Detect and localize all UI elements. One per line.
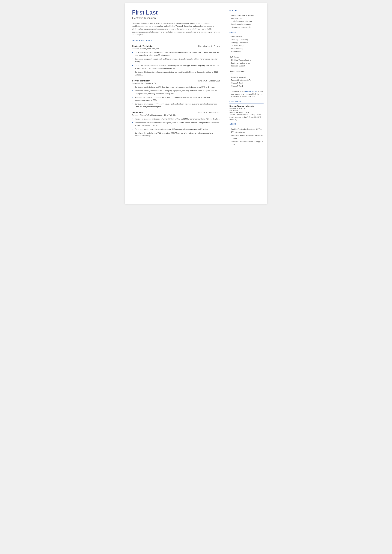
contact-item-github: github.com/resumeworded (230, 26, 264, 29)
other-item-3: Completed 10+ competitions on Kaggle in … (230, 140, 264, 146)
work-experience-label: WORK EXPERIENCE (132, 40, 220, 42)
bullet-1-2: Surpassed company's targets with a 79% p… (132, 58, 220, 63)
contact-section: CONTACT Helena, MT (Open to Remote) +1-2… (230, 9, 264, 28)
education-divider (230, 103, 264, 104)
job-company-2: Growthsi, San Francisco, CA (132, 82, 220, 85)
job-bullets-3: Assisted to diagnose and repair 10 units… (132, 118, 220, 137)
edu-field: Electronics (230, 109, 264, 111)
technique-1: Electrical Troubleshooting (230, 59, 264, 62)
edu-awards: Awards: Resume Worded Teaching Fellow (o… (230, 114, 264, 121)
job-block-1: Electronic Technician November 2015 – Pr… (132, 45, 220, 77)
skills-label: SKILLS (230, 31, 264, 33)
job-header-3: Technician June 2010 – January 2013 (132, 112, 220, 114)
techniques-label: Techniques: (230, 56, 264, 58)
job-title-1: Electronic Technician (132, 45, 153, 47)
bullet-3-2: Responded to 200 round-the-clock emergen… (132, 121, 220, 127)
tool-excel: Microsoft Excel (230, 82, 264, 85)
education-label: EDUCATION (230, 101, 264, 102)
bullet-2-4: Conducted an average of 80 monthly troub… (132, 103, 220, 108)
tool-5s: 5S (230, 73, 264, 76)
bullet-1-4: Conducted 5 independent telephony projec… (132, 71, 220, 76)
skills-section: SKILLS Technical Skills: Soldering (Adva… (230, 31, 264, 98)
tools-list: 5S Autodesk AutoCAD Dassault Systemes CA… (230, 73, 264, 87)
education-block: Resume Worded University Bachelor of Sci… (230, 105, 264, 121)
tool-word: Microsoft Word (230, 85, 264, 88)
right-column: CONTACT Helena, MT (Open to Remote) +1-2… (226, 3, 267, 204)
contact-item-phone: +1-234-456-789 (230, 17, 264, 20)
contact-item-linkedin: linkedin.com/in/username (230, 23, 264, 26)
contact-divider (230, 12, 264, 12)
techniques-list: Electrical Troubleshooting Equipment Mai… (230, 59, 264, 67)
job-dates-1: November 2015 – Present (198, 45, 220, 47)
bullet-3-1: Assisted to diagnose and repair 10 units… (132, 118, 220, 121)
summary-text: Electronic Technician with 10 years of e… (132, 22, 220, 36)
job-bullets-1: Cut 18 hours per install by designing im… (132, 51, 220, 77)
job-dates-2: June 2013 – October 2015 (198, 80, 220, 82)
job-company-3: Resume Worded's Exciting Company, New Yo… (132, 114, 220, 116)
contact-label: CONTACT (230, 9, 264, 11)
name-section: First Last Electronic Technician (132, 9, 220, 20)
job-header-1: Electronic Technician November 2015 – Pr… (132, 45, 220, 47)
skill-troubleshooting: Troubleshooting (230, 47, 264, 50)
resume-worded-link[interactable]: Resume Worded (245, 91, 257, 92)
skill-wiring: Electrical Wiring (230, 44, 264, 47)
job-dates-3: June 2010 – January 2013 (198, 112, 220, 114)
contact-list: Helena, MT (Open to Remote) +1-234-456-7… (230, 14, 264, 28)
technical-skills-list: Soldering (Advanced) Cabling (Experience… (230, 38, 264, 53)
job-header-2: Service technician June 2013 – October 2… (132, 79, 220, 82)
other-section: OTHER Certified Electronics Technician (… (230, 123, 264, 146)
skill-cabling: Cabling (Experienced) (230, 41, 264, 44)
edu-location: Boston, MA — May 2010 (230, 111, 264, 113)
job-company-1: Resume Worded, New York, NY (132, 48, 220, 50)
job-block-2: Service technician June 2013 – October 2… (132, 79, 220, 108)
contact-item-email: email@resumeworded.com (230, 20, 264, 23)
technique-2: Equipment Maintenance (230, 62, 264, 64)
job-title-3: Technician (132, 112, 143, 114)
bullet-1-1: Cut 18 hours per install by designing im… (132, 51, 220, 57)
other-item-1: Certified Electronics Technician (CET)—E… (230, 128, 264, 133)
bullet-1-3: Conducted routine checks on circuitry (b… (132, 64, 220, 70)
job-title-2: Service technician (132, 79, 150, 82)
other-item-2: Associate Certified Electronics Technici… (230, 134, 264, 140)
contact-item-location: Helena, MT (Open to Remote) (230, 14, 264, 17)
skill-soldering: Soldering (Advanced) (230, 38, 264, 41)
left-column: First Last Electronic Technician Electro… (125, 3, 226, 204)
bullet-2-2: Performed monthly inspections on all com… (132, 90, 220, 95)
technique-3: Technical Support (230, 64, 264, 67)
job-block-3: Technician June 2010 – January 2013 Resu… (132, 112, 220, 137)
tools-label: Tools and Software: (230, 70, 264, 72)
work-experience-section: WORK EXPERIENCE Electronic Technician No… (132, 40, 220, 137)
other-label: OTHER (230, 123, 264, 125)
skills-divider (230, 34, 264, 34)
promo-text: Don't forget to use Resume Worded to sca… (230, 90, 264, 98)
tool-autocad: Autodesk AutoCAD (230, 76, 264, 79)
candidate-name: First Last (132, 9, 220, 16)
skill-maintenance: Maintenance (230, 50, 264, 53)
bullet-3-3: Performed on-site preventive maintenance… (132, 128, 220, 131)
bullet-2-3: Managed inventory by partnering with fel… (132, 96, 220, 102)
resume-page: First Last Electronic Technician Electro… (125, 3, 267, 204)
other-list: Certified Electronics Technician (CET)—E… (230, 128, 264, 146)
bullet-2-1: Conducted safety training for 176 Growth… (132, 86, 220, 89)
edu-degree: Bachelor of Science (230, 107, 264, 109)
job-bullets-2: Conducted safety training for 176 Growth… (132, 86, 220, 108)
tool-catia: Dassault Systemes CATIA (230, 79, 264, 82)
candidate-title: Electronic Technician (132, 17, 220, 20)
bullet-3-4: Completed the installation of 400 genera… (132, 132, 220, 137)
technical-skills-label: Technical Skills: (230, 36, 264, 38)
edu-school: Resume Worded University (230, 105, 264, 107)
education-section: EDUCATION Resume Worded University Bache… (230, 101, 264, 121)
